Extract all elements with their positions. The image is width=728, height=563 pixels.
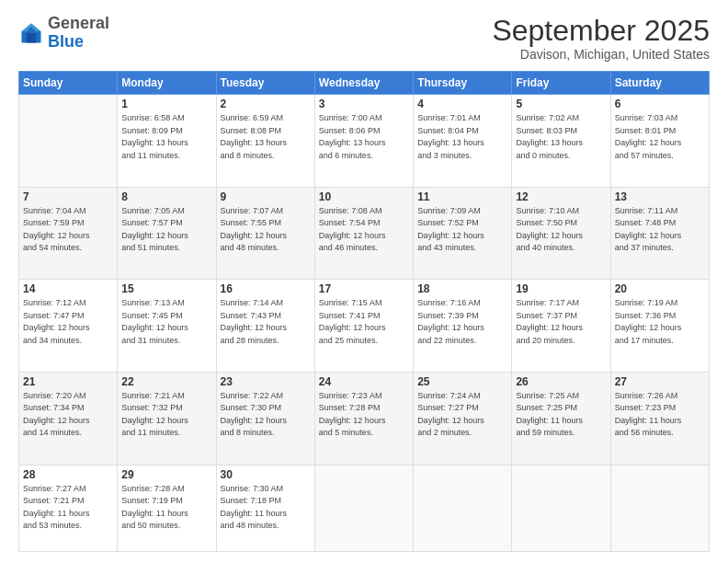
day-info-line: Sunrise: 7:13 AM (121, 297, 211, 310)
day-info-line: Daylight: 12 hours (417, 322, 507, 335)
day-info-line: and 8 minutes. (221, 150, 311, 163)
column-header-tuesday: Tuesday (216, 72, 314, 95)
day-info-line: Daylight: 12 hours (319, 322, 409, 335)
day-info-line: Sunrise: 6:59 AM (221, 112, 311, 125)
calendar-cell: 6Sunrise: 7:03 AMSunset: 8:01 PMDaylight… (610, 95, 709, 188)
calendar-cell: 18Sunrise: 7:16 AMSunset: 7:39 PMDayligh… (414, 280, 512, 373)
day-info-line: Daylight: 12 hours (615, 137, 705, 150)
day-number: 14 (23, 282, 113, 295)
calendar-cell: 1Sunrise: 6:58 AMSunset: 8:09 PMDaylight… (118, 95, 216, 188)
day-info-line: Sunrise: 7:26 AM (615, 390, 705, 403)
day-info-line: and 11 minutes. (121, 150, 211, 163)
day-info-line: Daylight: 13 hours (417, 137, 507, 150)
calendar-week-5: 28Sunrise: 7:27 AMSunset: 7:21 PMDayligh… (19, 465, 710, 552)
day-info-line: Sunrise: 7:04 AM (23, 205, 113, 218)
day-info-line: Daylight: 11 hours (23, 508, 113, 521)
day-info-line: and 0 minutes. (516, 150, 606, 163)
day-info-line: Sunrise: 7:19 AM (615, 297, 705, 310)
calendar-cell (314, 465, 413, 552)
day-info-line: and 6 minutes. (319, 150, 409, 163)
day-info-line: Daylight: 12 hours (221, 322, 311, 335)
calendar-cell (19, 95, 118, 188)
day-number: 21 (23, 375, 113, 388)
day-info-line: Sunset: 7:41 PM (319, 310, 409, 323)
column-header-friday: Friday (512, 72, 610, 95)
day-info-line: and 14 minutes. (23, 427, 113, 440)
calendar-header-row: SundayMondayTuesdayWednesdayThursdayFrid… (19, 72, 710, 95)
day-info-line: Sunrise: 7:23 AM (319, 390, 409, 403)
day-number: 8 (121, 190, 211, 203)
day-info-line: Sunrise: 7:01 AM (417, 112, 507, 125)
day-info-line: Sunset: 7:32 PM (121, 402, 211, 415)
day-number: 16 (221, 282, 311, 295)
day-info-line: and 28 minutes. (221, 335, 311, 348)
day-number: 23 (221, 375, 311, 388)
day-info-line: Daylight: 11 hours (615, 415, 705, 428)
day-info-line: Sunset: 7:27 PM (417, 402, 507, 415)
day-number: 6 (615, 98, 705, 110)
day-info-line: and 17 minutes. (615, 335, 705, 348)
day-info-line: and 31 minutes. (121, 335, 211, 348)
day-info-line: Daylight: 12 hours (221, 230, 311, 243)
day-info-line: Daylight: 11 hours (516, 415, 606, 428)
calendar-cell: 22Sunrise: 7:21 AMSunset: 7:32 PMDayligh… (118, 372, 216, 465)
day-info-line: Sunset: 7:34 PM (23, 402, 113, 415)
day-number: 12 (516, 190, 606, 203)
page: General Blue September 2025 Davison, Mic… (0, 0, 728, 563)
day-info-line: and 11 minutes. (121, 427, 211, 440)
day-info-line: Daylight: 12 hours (121, 415, 211, 428)
day-info-line: and 59 minutes. (516, 427, 606, 440)
day-number: 9 (221, 190, 311, 203)
day-info-line: Sunrise: 6:58 AM (121, 112, 211, 125)
day-info-line: and 53 minutes. (23, 520, 113, 533)
day-info-line: and 40 minutes. (516, 242, 606, 255)
day-number: 5 (516, 98, 606, 110)
day-info-line: Sunset: 7:28 PM (319, 402, 409, 415)
day-number: 26 (516, 375, 606, 388)
calendar-cell: 5Sunrise: 7:02 AMSunset: 8:03 PMDaylight… (512, 95, 610, 188)
day-info-line: Sunrise: 7:02 AM (516, 112, 606, 125)
day-info-line: Sunset: 7:30 PM (221, 402, 311, 415)
day-info-line: and 8 minutes. (221, 427, 311, 440)
day-info-line: Sunrise: 7:21 AM (121, 390, 211, 403)
day-number: 11 (417, 190, 507, 203)
day-info-line: Daylight: 13 hours (121, 137, 211, 150)
day-info-line: Sunrise: 7:05 AM (121, 205, 211, 218)
day-info-line: Daylight: 12 hours (516, 322, 606, 335)
day-number: 13 (615, 190, 705, 203)
calendar-cell: 13Sunrise: 7:11 AMSunset: 7:48 PMDayligh… (610, 187, 709, 280)
calendar-cell: 7Sunrise: 7:04 AMSunset: 7:59 PMDaylight… (19, 187, 118, 280)
day-info-line: and 25 minutes. (319, 335, 409, 348)
day-info-line: Sunset: 8:09 PM (121, 125, 211, 138)
calendar-cell: 10Sunrise: 7:08 AMSunset: 7:54 PMDayligh… (314, 187, 413, 280)
calendar-cell (512, 465, 610, 552)
day-info-line: and 43 minutes. (417, 242, 507, 255)
day-info-line: Daylight: 12 hours (417, 415, 507, 428)
day-info-line: Sunset: 7:43 PM (221, 310, 311, 323)
day-number: 25 (417, 375, 507, 388)
calendar-cell: 24Sunrise: 7:23 AMSunset: 7:28 PMDayligh… (314, 372, 413, 465)
calendar-cell: 9Sunrise: 7:07 AMSunset: 7:55 PMDaylight… (216, 187, 314, 280)
day-info-line: and 48 minutes. (221, 520, 311, 533)
calendar-cell: 3Sunrise: 7:00 AMSunset: 8:06 PMDaylight… (314, 95, 413, 188)
logo: General Blue (18, 15, 109, 52)
day-info-line: Daylight: 11 hours (221, 508, 311, 521)
day-info-line: Daylight: 12 hours (221, 415, 311, 428)
day-info-line: and 20 minutes. (516, 335, 606, 348)
day-info-line: Sunrise: 7:07 AM (221, 205, 311, 218)
day-info-line: Daylight: 12 hours (121, 230, 211, 243)
day-number: 22 (121, 375, 211, 388)
day-number: 1 (121, 98, 211, 110)
calendar-week-1: 1Sunrise: 6:58 AMSunset: 8:09 PMDaylight… (19, 95, 710, 188)
calendar-cell: 29Sunrise: 7:28 AMSunset: 7:19 PMDayligh… (118, 465, 216, 552)
calendar-cell: 15Sunrise: 7:13 AMSunset: 7:45 PMDayligh… (118, 280, 216, 373)
calendar-cell: 23Sunrise: 7:22 AMSunset: 7:30 PMDayligh… (216, 372, 314, 465)
day-info-line: Sunset: 7:19 PM (121, 495, 211, 508)
day-number: 17 (319, 282, 409, 295)
day-number: 10 (319, 190, 409, 203)
calendar-cell: 27Sunrise: 7:26 AMSunset: 7:23 PMDayligh… (610, 372, 709, 465)
calendar-cell: 4Sunrise: 7:01 AMSunset: 8:04 PMDaylight… (414, 95, 512, 188)
day-info-line: Sunset: 7:50 PM (516, 217, 606, 230)
day-info-line: Sunrise: 7:17 AM (516, 297, 606, 310)
day-info-line: Sunset: 7:45 PM (121, 310, 211, 323)
